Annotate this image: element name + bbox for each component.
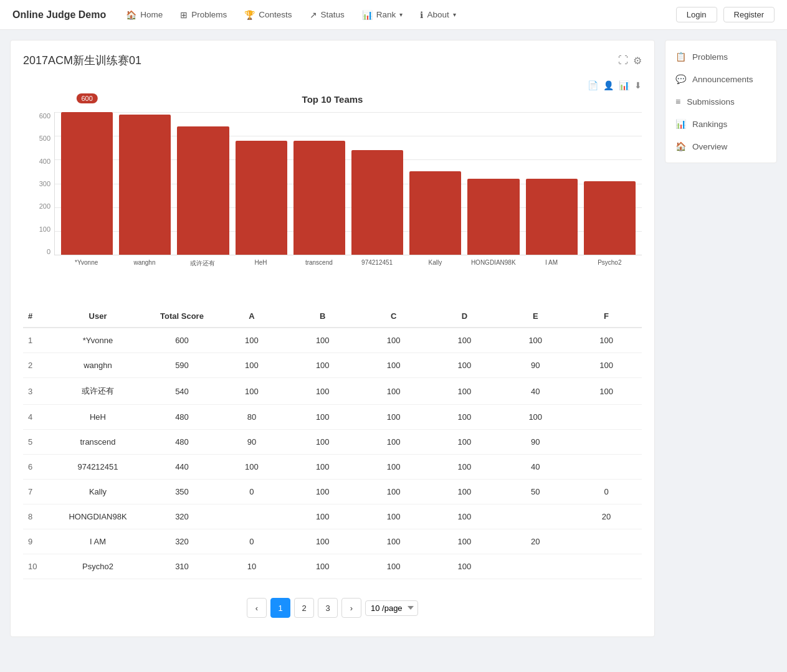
table-cell[interactable]: 590 (148, 353, 216, 378)
sidebar-item-submissions[interactable]: ≡ Submissions (665, 90, 776, 113)
prev-page-button[interactable]: ‹ (247, 598, 267, 618)
table-cell: 20 (571, 504, 642, 529)
page-2-button[interactable]: 2 (294, 598, 314, 618)
x-label-6: Kally (409, 255, 461, 286)
table-cell[interactable]: 310 (148, 554, 216, 579)
login-button[interactable]: Login (676, 7, 717, 22)
table-cell: 100 (429, 405, 500, 430)
table-cell[interactable]: 440 (148, 455, 216, 480)
bar-8[interactable] (526, 179, 578, 255)
table-cell: 3 (23, 378, 48, 405)
table-cell: 90 (500, 353, 571, 378)
table-cell[interactable]: Kally (48, 480, 148, 504)
table-cell: 100 (358, 430, 429, 455)
announcements-sidebar-icon: 💬 (675, 74, 686, 84)
page-3-button[interactable]: 3 (318, 598, 338, 618)
col-e: E (500, 305, 571, 328)
table-cell: 5 (23, 430, 48, 455)
next-page-button[interactable]: › (341, 598, 361, 618)
bar-6[interactable] (409, 171, 461, 255)
chart-title: Top 10 Teams (23, 94, 642, 105)
nav-about[interactable]: ℹ About ▾ (413, 0, 463, 30)
table-cell: 40 (500, 378, 571, 405)
page-size-select[interactable]: 10 /page 20 /page 50 /page (365, 600, 418, 616)
table-cell[interactable]: wanghn (48, 353, 148, 378)
table-cell[interactable]: Psycho2 (48, 554, 148, 579)
person-icon[interactable]: 👤 (603, 80, 614, 90)
table-cell: 100 (287, 328, 358, 353)
bar-1[interactable] (119, 115, 171, 255)
table-cell[interactable]: 或许还有 (48, 378, 148, 405)
table-cell: 4 (23, 405, 48, 430)
table-cell[interactable]: HONGDIAN98K (48, 504, 148, 529)
table-cell: 100 (429, 554, 500, 579)
about-dropdown-icon: ▾ (453, 11, 456, 18)
table-cell: 8 (23, 504, 48, 529)
table-cell: 100 (216, 353, 287, 378)
table-cell: 100 (287, 480, 358, 504)
bar-chart-icon[interactable]: 📊 (619, 80, 629, 90)
table-cell: 10 (216, 554, 287, 579)
table-cell: 100 (287, 529, 358, 554)
table-cell[interactable]: transcend (48, 430, 148, 455)
table-row: 3或许还有54010010010010040100 (23, 378, 642, 405)
bar-group-4 (293, 112, 345, 255)
table-cell: 100 (358, 504, 429, 529)
table-cell[interactable]: 480 (148, 405, 216, 430)
table-cell: 100 (216, 378, 287, 405)
table-row: 697421245144010010010010040 (23, 455, 642, 480)
bar-9[interactable] (584, 181, 636, 255)
nav-home-label: Home (140, 10, 163, 19)
navbar: Online Judge Demo 🏠 Home ⊞ Problems 🏆 Co… (0, 0, 787, 30)
nav-rank[interactable]: 📊 Rank ▾ (355, 0, 411, 30)
table-cell[interactable]: 540 (148, 378, 216, 405)
page-title: 2017ACM新生训练赛01 (23, 53, 141, 68)
table-cell: 100 (500, 328, 571, 353)
y-label-500: 500 (39, 135, 50, 142)
table-icon[interactable]: 📄 (588, 80, 598, 90)
table-cell: 40 (500, 455, 571, 480)
register-button[interactable]: Register (723, 7, 775, 22)
table-row: 2wanghn59010010010010090100 (23, 353, 642, 378)
table-cell[interactable]: I AM (48, 529, 148, 554)
sidebar-item-overview[interactable]: 🏠 Overview (665, 135, 776, 158)
sidebar-item-announcements[interactable]: 💬 Announcements (665, 68, 776, 90)
y-label-100: 100 (39, 225, 50, 233)
table-cell (571, 554, 642, 579)
table-cell[interactable]: HeH (48, 405, 148, 430)
table-cell: 100 (287, 504, 358, 529)
bar-group-7 (467, 112, 519, 255)
table-cell: 100 (287, 430, 358, 455)
table-cell[interactable]: 480 (148, 430, 216, 455)
table-cell[interactable]: 320 (148, 529, 216, 554)
sidebar-problems-label: Problems (692, 52, 728, 62)
table-cell[interactable]: 320 (148, 504, 216, 529)
bar-7[interactable] (467, 179, 519, 255)
table-cell: 9 (23, 529, 48, 554)
table-row: 7Kally3500100100100500 (23, 480, 642, 504)
download-icon[interactable]: ⬇ (634, 80, 642, 90)
bar-3[interactable] (236, 141, 287, 255)
table-cell[interactable]: 974212451 (48, 455, 148, 480)
bar-2[interactable] (177, 126, 229, 255)
table-cell[interactable]: 600 (148, 328, 216, 353)
table-cell[interactable]: *Yvonne (48, 328, 148, 353)
settings-icon[interactable]: ⚙ (633, 55, 642, 67)
nav-status[interactable]: ↗ Status (302, 0, 352, 30)
page-1-button[interactable]: 1 (270, 598, 290, 618)
problems-sidebar-icon: 📋 (675, 52, 686, 62)
table-cell: 100 (358, 353, 429, 378)
table-cell: 100 (358, 480, 429, 504)
table-cell (571, 430, 642, 455)
nav-contests[interactable]: 🏆 Contests (237, 0, 299, 30)
bar-0[interactable]: 600 (61, 112, 113, 255)
bar-4[interactable] (293, 141, 345, 255)
sidebar-item-rankings[interactable]: 📊 Rankings (665, 113, 776, 135)
sidebar-item-problems[interactable]: 📋 Problems (665, 45, 776, 68)
table-cell[interactable]: 350 (148, 480, 216, 504)
nav-home[interactable]: 🏠 Home (118, 0, 170, 30)
y-label-400: 400 (39, 158, 50, 165)
fullscreen-icon[interactable]: ⛶ (618, 55, 628, 66)
bar-5[interactable] (351, 150, 403, 255)
nav-problems[interactable]: ⊞ Problems (173, 0, 234, 30)
